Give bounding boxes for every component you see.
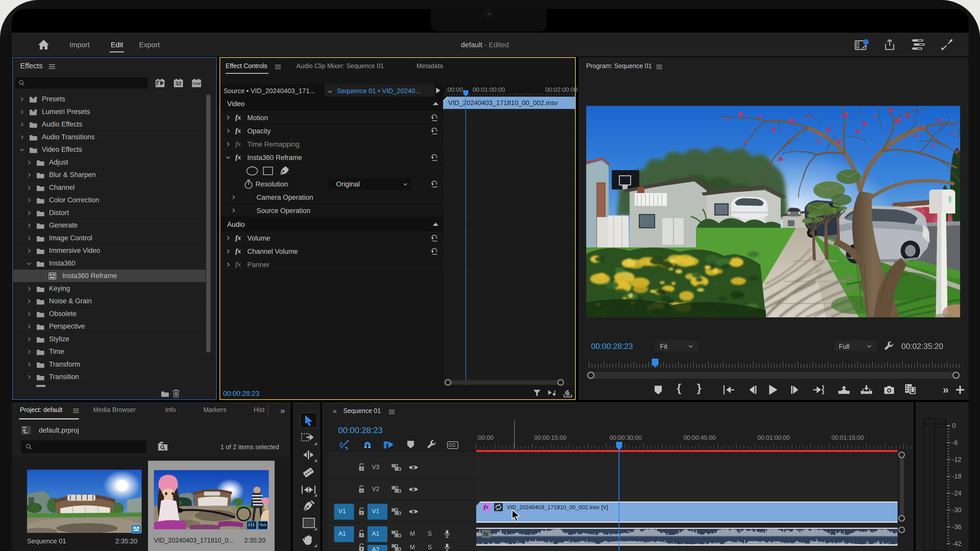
svg-text:YUV: YUV [192, 81, 201, 86]
svg-text:32: 32 [175, 80, 181, 86]
svg-text:fx: fx [484, 531, 488, 537]
